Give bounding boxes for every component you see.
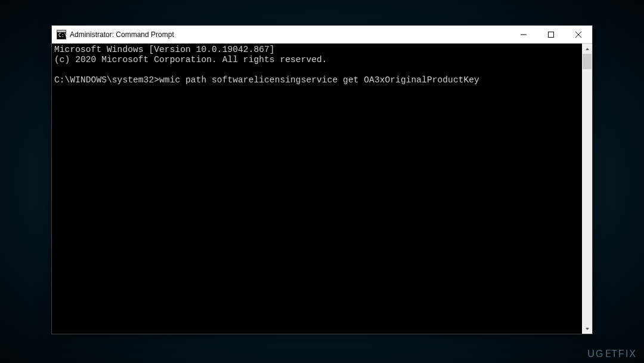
svg-marker-8 (586, 328, 589, 330)
maximize-button[interactable] (537, 26, 565, 43)
command-prompt-window: C:\ Administrator: Command Prompt Micros… (51, 25, 593, 334)
console-area[interactable]: Microsoft Windows [Version 10.0.19042.86… (52, 44, 592, 334)
minimize-button[interactable] (510, 26, 537, 43)
svg-text:C:\: C:\ (58, 33, 66, 38)
console-command: wmic path softwarelicensingservice get O… (159, 75, 479, 85)
svg-rect-1 (57, 30, 66, 32)
watermark-text: UG (587, 349, 604, 359)
watermark-text: TFIX (611, 349, 637, 359)
console-line: Microsoft Windows [Version 10.0.19042.86… (54, 45, 275, 54)
console-line: (c) 2020 Microsoft Corporation. All righ… (54, 55, 327, 64)
scroll-track[interactable] (582, 54, 592, 324)
titlebar[interactable]: C:\ Administrator: Command Prompt (52, 26, 592, 44)
window-title: Administrator: Command Prompt (70, 30, 510, 39)
vertical-scrollbar[interactable] (582, 44, 592, 334)
scroll-thumb[interactable] (583, 54, 592, 69)
scroll-up-arrow-icon[interactable] (582, 44, 592, 54)
scroll-down-arrow-icon[interactable] (582, 324, 592, 334)
watermark-text: Ǝ (604, 348, 611, 359)
console-text: Microsoft Windows [Version 10.0.19042.86… (52, 44, 592, 87)
console-prompt: C:\WINDOWS\system32> (54, 75, 159, 85)
close-button[interactable] (565, 26, 592, 43)
cmd-icon: C:\ (57, 30, 66, 39)
watermark: UGƎTFIX (587, 348, 637, 359)
window-controls (510, 26, 592, 43)
svg-marker-7 (586, 48, 589, 50)
svg-rect-4 (549, 32, 554, 37)
